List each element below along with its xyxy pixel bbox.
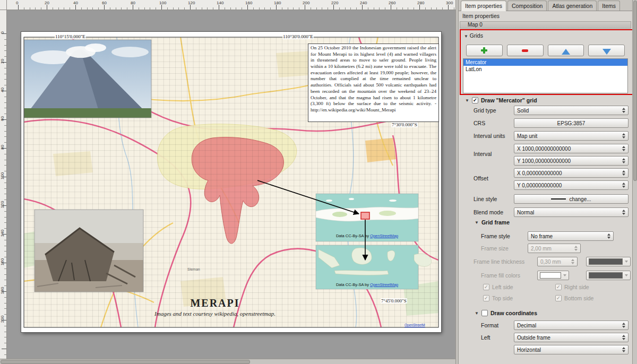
composition-page[interactable]: Sleman — [21, 32, 441, 332]
openstreetmap-link[interactable]: OpenStreetMap — [370, 282, 398, 287]
left-mode-select[interactable]: Outside frame — [514, 333, 629, 342]
checkbox-icon: ✓ — [555, 284, 562, 290]
destroyed-house-photo[interactable] — [35, 210, 143, 292]
offset-label: Offset — [474, 175, 488, 181]
article-text: On 25 October 2010 the Indonesian govern… — [311, 45, 436, 112]
add-grid-button[interactable] — [466, 45, 503, 56]
frame-thickness-label: Frame line thickness — [474, 258, 524, 265]
osm-credit-link[interactable]: OpenStreetM — [404, 323, 425, 327]
checkbox-right-side: ✓Right side — [555, 284, 589, 290]
checkbox-icon: ✓ — [483, 284, 489, 290]
horizontal-scrollbar[interactable] — [0, 359, 455, 364]
frame-style-label: Frame style — [481, 233, 510, 239]
inset-caption-1: Data CC-By-SA by OpenStreetMap — [317, 233, 417, 238]
interval-y-spinbox[interactable]: Y 1000,000000000000 — [514, 156, 629, 166]
arrow-up-icon — [562, 49, 570, 55]
interval-units-select[interactable]: Map unit — [514, 131, 629, 141]
move-grid-up-button[interactable] — [548, 45, 584, 56]
grid-frame-header[interactable]: ▼ Grid frame — [475, 219, 510, 226]
color-swatch — [589, 272, 623, 279]
collapse-triangle-icon: ▼ — [465, 98, 469, 103]
grid-coord-label: 110°15'0.000"E — [55, 34, 86, 39]
crs-label: CRS — [474, 120, 485, 126]
left-orientation-select[interactable]: Horizontal — [514, 345, 629, 354]
line-style-button[interactable]: change... — [514, 194, 629, 204]
checkbox-left-side: ✓Left side — [483, 284, 513, 290]
ruler-top: 0204060801001201401601802002202402602803… — [7, 0, 455, 10]
grid-coord-label: 110°30'0.000"E — [282, 34, 314, 39]
grids-toolbar — [466, 45, 625, 56]
ruler-left: 020406080100120140160180200 — [0, 10, 7, 359]
frame-size-spinbox: 2,00 mm — [528, 244, 581, 253]
map-title: MERAPI — [135, 297, 295, 309]
color-swatch — [589, 258, 623, 265]
volcano-photo[interactable] — [24, 40, 151, 118]
frame-fill-label: Frame fill colors — [481, 272, 520, 279]
line-preview-icon — [551, 198, 566, 200]
checkbox-top-side: ✓Top side — [483, 295, 513, 301]
plus-icon — [480, 46, 488, 55]
tab-composition[interactable]: Composition — [507, 1, 547, 11]
minus-icon — [521, 46, 529, 55]
blend-mode-label: Blend mode — [474, 209, 503, 215]
tab-bar: Item propertiesCompositionAtlas generati… — [459, 0, 632, 11]
article-text-item[interactable]: On 25 October 2010 the Indonesian govern… — [308, 44, 439, 122]
tab-atlas-generation[interactable]: Atlas generation — [548, 1, 597, 11]
offset-x-spinbox[interactable]: X 0,000000000000 — [514, 168, 629, 178]
draw-coordinates-header: ▼ Draw coordinates — [475, 310, 537, 316]
offset-y-spinbox[interactable]: Y 0,000000000000 — [514, 180, 629, 190]
grids-list[interactable]: MercatorLatLon — [463, 58, 628, 93]
openstreetmap-link[interactable]: OpenStreetMap — [370, 233, 398, 238]
checkbox-icon: ✓ — [555, 295, 562, 301]
checkbox-bottom-side: ✓Bottom side — [555, 295, 593, 301]
map-title-item[interactable]: MERAPI Images and text courtesy wikipedi… — [135, 297, 295, 317]
interval-label: Interval — [474, 151, 492, 157]
panel-divider[interactable] — [455, 0, 459, 364]
frame-size-label: Frame size — [481, 245, 509, 252]
grid-type-label: Grid type — [474, 107, 496, 114]
map-item-header[interactable]: Map 0 — [460, 21, 631, 29]
left-label: Left — [481, 334, 490, 341]
grid-coord-label: 7°30'0.000"S — [391, 122, 418, 127]
collapse-triangle-icon: ▼ — [475, 311, 479, 316]
frame-fill-color2-button — [586, 271, 631, 280]
collapse-triangle-icon: ▼ — [464, 34, 468, 39]
color-swatch — [540, 272, 561, 279]
crs-button[interactable]: EPSG:3857 — [514, 118, 629, 128]
interval-x-spinbox[interactable]: X 1000,000000000000 — [514, 144, 629, 153]
tab-item-properties[interactable]: Item properties — [461, 1, 506, 11]
draw-grid-checkbox[interactable]: ✓ — [472, 97, 478, 103]
panel-title: Item properties — [462, 13, 500, 19]
collapse-triangle-icon: ▼ — [475, 220, 479, 225]
checkbox-icon: ✓ — [483, 295, 489, 301]
composer-canvas[interactable]: 0204060801001201401601802002202402602803… — [0, 0, 455, 364]
grid-coord-label: 7°45'0.000"S — [381, 298, 407, 304]
inset-caption-2: Data CC-By-SA by OpenStreetMap — [317, 282, 417, 287]
format-select[interactable]: Decimal — [514, 320, 629, 330]
inset-extent-marker — [361, 212, 369, 219]
horizontal-scrollbar-thumb[interactable] — [1, 360, 250, 364]
format-label: Format — [481, 322, 498, 328]
vertical-scrollbar-thumb[interactable] — [633, 1, 637, 181]
map-subtitle: Images and text courtesy wikipedia, open… — [135, 310, 295, 317]
grid-list-item-latlon[interactable]: LatLon — [463, 66, 627, 73]
frame-thickness-spinbox: 0,30 mm — [537, 257, 578, 266]
grids-group-header[interactable]: ▼ Grids — [464, 32, 483, 39]
blend-mode-select[interactable]: Normal — [514, 207, 629, 217]
remove-grid-button[interactable] — [507, 45, 544, 56]
draw-grid-header: ▼ ✓ Draw "Mercator" grid — [465, 97, 537, 103]
grid-type-select[interactable]: Solid — [514, 106, 629, 115]
vertical-scrollbar[interactable] — [632, 0, 637, 364]
item-properties-panel: Item propertiesCompositionAtlas generati… — [459, 0, 632, 364]
arrow-down-icon — [602, 49, 611, 55]
ruler-corner — [0, 0, 7, 10]
line-style-label: Line style — [474, 196, 497, 202]
grid-list-item-mercator[interactable]: Mercator — [463, 59, 627, 66]
move-grid-down-button[interactable] — [588, 45, 625, 56]
frame-color-button — [586, 257, 631, 266]
draw-coordinates-checkbox[interactable] — [481, 310, 488, 316]
tab-items[interactable]: Items — [598, 1, 620, 11]
frame-style-select[interactable]: No frame — [528, 231, 614, 241]
frame-fill-color1-button — [537, 271, 569, 280]
interval-units-label: Interval units — [474, 133, 505, 139]
